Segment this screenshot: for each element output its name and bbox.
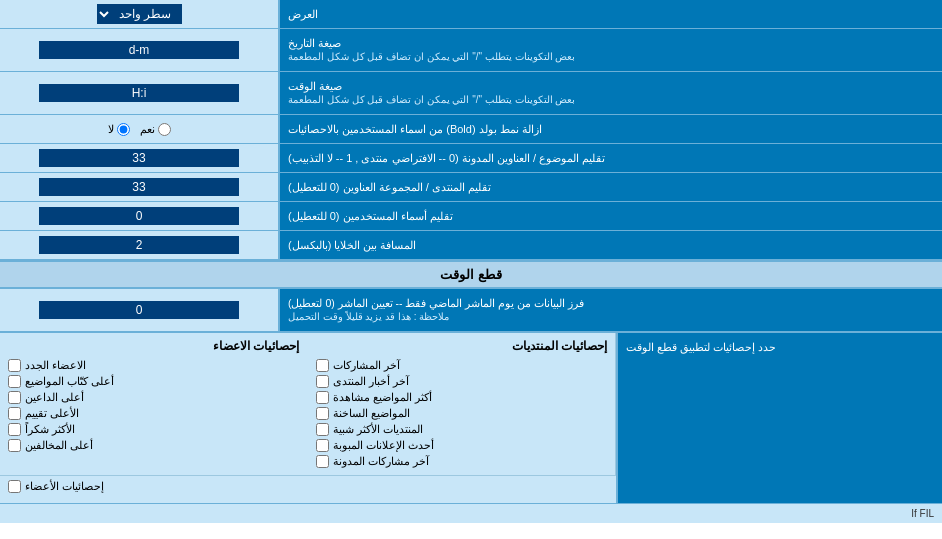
- time-format-input-cell: [0, 72, 280, 114]
- date-format-input[interactable]: [39, 41, 239, 59]
- stat-checkbox-8[interactable]: [8, 359, 21, 372]
- user-names-label: تقليم أسماء المستخدمين (0 للتعطيل): [280, 202, 942, 230]
- bottom-note: If FIL: [0, 503, 942, 523]
- display-input-cell: سطر واحد: [0, 0, 280, 28]
- cell-spacing-input-cell: [0, 231, 280, 259]
- display-label: العرض: [280, 0, 942, 28]
- stat-item: آخر مشاركات المدونة: [316, 455, 608, 468]
- topic-titles-input[interactable]: [39, 149, 239, 167]
- stat-item: آخر أخبار المنتدى: [316, 375, 608, 388]
- date-format-label: صيغة التاريخ بعض التكوينات يتطلب "/" الت…: [280, 29, 942, 71]
- stat-checkbox-6[interactable]: [316, 439, 329, 452]
- stat-item: أكثر المواضيع مشاهدة: [316, 391, 608, 404]
- stat-item-members: إحصائيات الأعضاء: [8, 480, 608, 493]
- time-cut-input-cell: [0, 289, 280, 331]
- stat-item: أعلى الداعين: [8, 391, 300, 404]
- member-stats-header: إحصائيات الاعضاء: [8, 337, 300, 355]
- stat-checkbox-12[interactable]: [8, 423, 21, 436]
- topic-titles-input-cell: [0, 144, 280, 172]
- member-stats-bottom: إحصائيات الأعضاء: [0, 475, 616, 500]
- stat-item: أحدث الإعلانات المبوبة: [316, 439, 608, 452]
- forum-addresses-input[interactable]: [39, 178, 239, 196]
- bold-remove-label: ازالة نمط بولد (Bold) من اسماء المستخدمي…: [280, 115, 942, 143]
- stats-columns: إحصائيات المنتديات آخر المشاركات آخر أخب…: [0, 333, 618, 503]
- bold-radio-no[interactable]: [117, 123, 130, 136]
- stat-checkbox-13[interactable]: [8, 439, 21, 452]
- stat-item: المنتديات الأكثر شبية: [316, 423, 608, 436]
- stat-checkbox-2[interactable]: [316, 375, 329, 388]
- stat-item: أعلى المخالفين: [8, 439, 300, 452]
- stat-checkbox-10[interactable]: [8, 391, 21, 404]
- stat-checkbox-members[interactable]: [8, 480, 21, 493]
- stat-checkbox-3[interactable]: [316, 391, 329, 404]
- user-names-input-cell: [0, 202, 280, 230]
- bold-radio-yes[interactable]: [158, 123, 171, 136]
- time-format-label: صيغة الوقت بعض التكوينات يتطلب "/" التي …: [280, 72, 942, 114]
- stat-item: المواضيع الساخنة: [316, 407, 608, 420]
- stat-item: آخر المشاركات: [316, 359, 608, 372]
- stat-checkbox-11[interactable]: [8, 407, 21, 420]
- time-cut-label: فرز البيانات من يوم الماشر الماضي فقط --…: [280, 289, 942, 331]
- time-format-input[interactable]: [39, 84, 239, 102]
- forum-addresses-input-cell: [0, 173, 280, 201]
- stat-checkbox-7[interactable]: [316, 455, 329, 468]
- stat-checkbox-4[interactable]: [316, 407, 329, 420]
- bold-radio-yes-label[interactable]: نعم: [140, 123, 171, 136]
- stat-item: الأكثر شكراً: [8, 423, 300, 436]
- forum-addresses-label: تقليم المنتدى / المجموعة العناوين (0 للت…: [280, 173, 942, 201]
- stat-item: أعلى كتّاب المواضيع: [8, 375, 300, 388]
- bold-radio-group: نعم لا: [108, 123, 171, 136]
- stat-checkbox-9[interactable]: [8, 375, 21, 388]
- user-names-input[interactable]: [39, 207, 239, 225]
- forum-stats-header: إحصائيات المنتديات: [316, 337, 608, 355]
- forum-stats-col: إحصائيات المنتديات آخر المشاركات آخر أخب…: [308, 333, 617, 475]
- cell-spacing-label: المسافة بين الخلايا (بالبكسل): [280, 231, 942, 259]
- member-stats-col: إحصائيات الاعضاء الاعضاء الجدد أعلى كتّا…: [0, 333, 308, 475]
- stats-limit-label-cell: حدد إحصائيات لتطبيق قطع الوقت: [618, 333, 942, 503]
- stat-item: الأعلى تقييم: [8, 407, 300, 420]
- time-cut-input[interactable]: [39, 301, 239, 319]
- stat-checkbox-5[interactable]: [316, 423, 329, 436]
- bold-remove-input-cell: نعم لا: [0, 115, 280, 143]
- display-select[interactable]: سطر واحد: [97, 4, 182, 24]
- time-cut-header: قطع الوقت: [0, 260, 942, 289]
- stat-checkbox-1[interactable]: [316, 359, 329, 372]
- date-format-input-cell: [0, 29, 280, 71]
- bold-radio-no-label[interactable]: لا: [108, 123, 130, 136]
- topic-titles-label: تقليم الموضوع / العناوين المدونة (0 -- ا…: [280, 144, 942, 172]
- stat-item: الاعضاء الجدد: [8, 359, 300, 372]
- cell-spacing-input[interactable]: [39, 236, 239, 254]
